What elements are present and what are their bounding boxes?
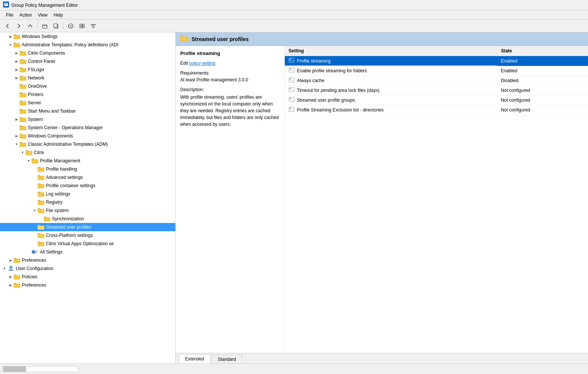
right-panel-header: Streamed user profiles (176, 32, 588, 46)
tree-item-preferences-user[interactable]: ▶ Preferences (0, 281, 175, 289)
toolbar-copy[interactable] (51, 21, 61, 31)
menu-bar: File Action View Help (0, 11, 588, 20)
expander-file-system[interactable]: ▼ (32, 208, 38, 214)
folder-icon-log-settings (38, 191, 44, 197)
expander-preferences-computer[interactable]: ▶ (8, 257, 14, 263)
folder-icon-admin-templates (14, 42, 20, 48)
settings-row-profile-streaming-exclusion[interactable]: Profile Streaming Exclusion list - direc… (285, 105, 588, 115)
svg-rect-26 (290, 78, 291, 79)
menu-file[interactable]: File (3, 12, 16, 18)
tree-item-network[interactable]: ▶ Network (0, 74, 175, 82)
folder-icon-preferences-user (14, 282, 20, 288)
menu-action[interactable]: Action (16, 12, 35, 18)
toolbar-browse[interactable] (40, 21, 50, 31)
expander-policies[interactable]: ▶ (8, 274, 14, 280)
settings-row-enable-profile-streaming-folders[interactable]: Enable profile streaming for foldersEnab… (285, 66, 588, 76)
tree-item-cross-platform[interactable]: ▶ Cross-Platform settings (0, 231, 175, 240)
expander-profile-management[interactable]: ▼ (26, 158, 32, 164)
tree-item-file-system[interactable]: ▼ File system (0, 206, 175, 215)
svg-rect-11 (82, 24, 84, 26)
toolbar-up[interactable] (25, 21, 35, 31)
tree-item-admin-templates[interactable]: ▼ Administrative Templates: Policy defin… (0, 41, 175, 49)
tree-item-policies[interactable]: ▶ Policies (0, 273, 175, 281)
tab-standard[interactable]: Standard (211, 355, 243, 363)
toolbar-view[interactable] (77, 21, 87, 31)
label-control-panel: Control Panel (28, 59, 55, 64)
tree-item-start-menu[interactable]: ▶ Start Menu and Taskbar (0, 107, 175, 115)
label-synchronization: Synchronization (52, 216, 84, 221)
expander-user-configuration[interactable]: ▼ (2, 266, 8, 272)
desc-policy-link[interactable]: policy setting (189, 61, 215, 66)
tree-item-profile-management[interactable]: ▼ Profile Management (0, 157, 175, 165)
svg-rect-36 (290, 110, 293, 110)
tree-item-server[interactable]: ▶ Server (0, 99, 175, 107)
expander-citrix[interactable]: ▼ (20, 150, 26, 156)
expander-citrix-components[interactable]: ▶ (14, 50, 20, 56)
svg-rect-30 (290, 90, 293, 90)
toolbar-back[interactable] (2, 21, 13, 31)
settings-row-timeout-pending[interactable]: Timeout for pending area lock files (day… (285, 85, 588, 95)
settings-row-profile-streaming[interactable]: Profile streamingEnabled (285, 56, 588, 66)
tree-item-user-configuration[interactable]: ▼ User Configuration (0, 264, 175, 273)
tree-item-windows-components[interactable]: ▶ Windows Components (0, 132, 175, 140)
tree-item-profile-handling[interactable]: ▶ Profile handling (0, 165, 175, 173)
svg-rect-12 (80, 26, 82, 28)
settings-row-streamed-user-profile-groups[interactable]: Streamed user profile groupsNot configur… (285, 95, 588, 105)
setting-state-profile-streaming-exclusion: Not configured (497, 105, 588, 115)
expander-classic-admin[interactable]: ▼ (14, 141, 20, 147)
svg-rect-5 (43, 24, 44, 25)
menu-help[interactable]: Help (51, 12, 66, 18)
expander-control-panel[interactable]: ▶ (14, 58, 20, 64)
tree-item-system[interactable]: ▶ System (0, 115, 175, 124)
expander-system[interactable]: ▶ (14, 116, 20, 122)
folder-icon-profile-management (32, 158, 38, 164)
tree-item-log-settings[interactable]: ▶ Log settings (0, 190, 175, 198)
folder-icon-streamed-user-profiles (38, 224, 44, 230)
col-state[interactable]: State (497, 46, 588, 56)
svg-text:?: ? (70, 24, 72, 28)
tree-item-all-settings[interactable]: ▶ All Settings (0, 248, 175, 256)
tree-item-onedrive[interactable]: ▶ OneDrive (0, 82, 175, 90)
expander-preferences-user[interactable]: ▶ (8, 282, 14, 288)
tree-item-registry[interactable]: ▶ Registry (0, 198, 175, 206)
tree-item-citrix[interactable]: ▼ Citrix (0, 148, 175, 157)
setting-icon-profile-streaming-exclusion (289, 107, 295, 113)
right-content: Profile streaming Edit policy setting Re… (176, 46, 588, 353)
svg-rect-34 (289, 107, 294, 111)
menu-view[interactable]: View (35, 12, 51, 18)
scrollbar-thumb[interactable] (3, 366, 26, 372)
col-setting[interactable]: Setting (285, 46, 497, 56)
tree-item-profile-container[interactable]: ▶ Profile container settings (0, 182, 175, 190)
folder-icon-system-center (20, 125, 26, 131)
tree-item-system-center[interactable]: ▶ System Center - Operations Manager (0, 124, 175, 132)
tree-item-advanced-settings[interactable]: ▶ Advanced settings (0, 173, 175, 182)
desc-edit-prefix: Edit (180, 61, 189, 66)
expander-admin-templates[interactable]: ▼ (8, 42, 14, 48)
svg-rect-29 (290, 88, 291, 89)
toolbar-forward[interactable] (14, 21, 24, 31)
label-windows-settings: Windows Settings (22, 34, 58, 39)
toolbar-help[interactable]: ? (65, 21, 76, 31)
tab-extended[interactable]: Extended (179, 354, 211, 363)
svg-rect-16 (35, 251, 38, 252)
tree-item-control-panel[interactable]: ▶ Control Panel (0, 57, 175, 66)
horizontal-scrollbar[interactable] (3, 366, 78, 372)
toolbar-filter[interactable] (88, 21, 99, 31)
tree-item-citrix-components[interactable]: ▶ Citrix Components (0, 49, 175, 57)
folder-icon-network (20, 75, 26, 81)
expander-windows-settings[interactable]: ▶ (8, 34, 14, 40)
setting-name-timeout-pending: Timeout for pending area lock files (day… (285, 85, 497, 95)
expander-network[interactable]: ▶ (14, 75, 20, 81)
settings-row-always-cache[interactable]: Always cacheDisabled (285, 76, 588, 85)
tree-item-citrix-virtual[interactable]: ▶ Citrix Virtual Apps Optimization se (0, 240, 175, 248)
tree-item-printers[interactable]: ▶ Printers (0, 90, 175, 99)
tree-item-preferences-computer[interactable]: ▶ Preferences (0, 256, 175, 264)
tree-item-classic-admin[interactable]: ▼ Classic Administrative Templates (ADM) (0, 140, 175, 148)
tree-item-fslogix[interactable]: ▶ FSLogix (0, 66, 175, 74)
tree-item-synchronization[interactable]: ▶ Synchronization (0, 215, 175, 223)
expander-fslogix[interactable]: ▶ (14, 67, 20, 73)
tree-item-streamed-user-profiles[interactable]: ▶ Streamed user profiles (0, 223, 175, 231)
tree-item-windows-settings[interactable]: ▶ Windows Settings (0, 32, 175, 41)
expander-windows-components[interactable]: ▶ (14, 133, 20, 139)
label-policies: Policies (22, 274, 37, 279)
